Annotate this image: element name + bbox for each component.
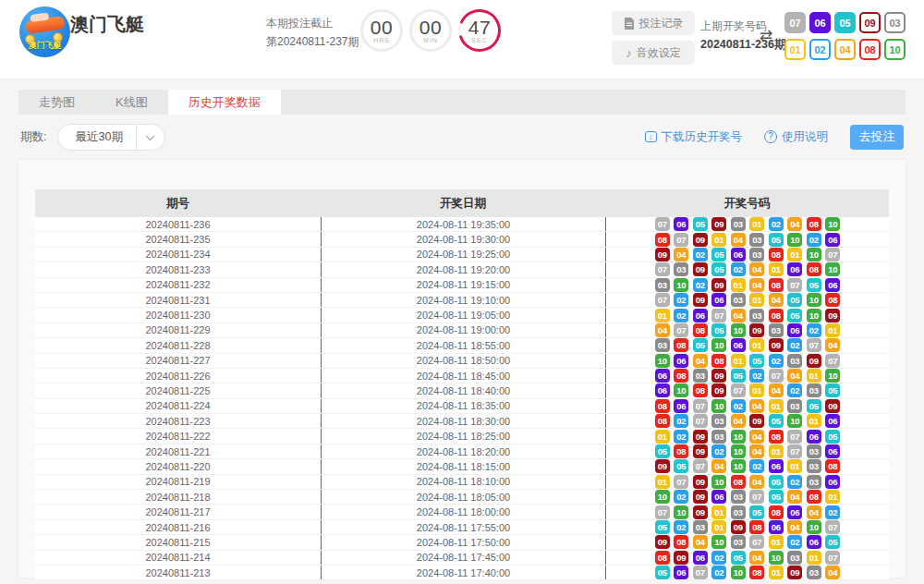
number-ball: 04 [787,490,802,504]
number-ball: 08 [749,520,764,534]
number-ball: 02 [711,551,726,565]
number-ball: 04 [787,369,802,383]
number-ball: 07 [655,293,670,307]
number-ball: 04 [807,505,821,519]
number-ball: 10 [825,217,840,231]
number-ball: 05 [693,338,708,352]
number-ball: 08 [731,475,746,489]
numbers-cell: 08070901040305100206 [605,232,889,246]
swap-icon[interactable]: ⇄ [760,26,772,45]
number-ball: 01 [769,535,784,549]
number-ball: 05 [731,551,746,565]
site-logo[interactable]: 澳门飞艇 [19,6,70,57]
tab-K线图[interactable]: K线图 [95,90,168,115]
date-cell: 2024-08-11 17:50:00 [321,535,605,549]
number-ball: 07 [693,414,708,428]
number-ball: 02 [787,338,802,352]
number-ball: 04 [731,233,746,247]
number-ball: 01 [769,566,784,579]
number-ball: 08 [769,505,784,519]
sound-settings-button[interactable]: ♪ 音效设定 [612,41,695,65]
number-ball: 03 [655,338,670,352]
table-row: 20240811-217 2024-08-11 18:00:00 0710090… [35,505,889,519]
number-ball: 07 [749,535,764,549]
number-ball: 04 [825,338,840,352]
period-count-dropdown[interactable]: 最近30期 [57,124,164,151]
download-icon: ↓ [645,131,657,142]
numbers-cell: 10060408010502030907 [605,354,889,368]
countdown-hours: 00 HRS [359,8,404,53]
numbers-cell: 01070910080405020306 [605,475,889,489]
number-ball: 10 [655,490,670,504]
number-ball: 10 [807,520,821,534]
download-history-link[interactable]: ↓ 下载历史开奖号 [645,129,743,145]
number-ball: 09 [693,475,708,489]
number-ball: 07 [769,369,784,383]
number-ball: 06 [807,535,821,549]
table-row: 20240811-227 2024-08-11 18:50:00 1006040… [35,354,889,369]
number-ball: 06 [674,217,688,231]
period-cell: 20240811-213 [35,566,321,579]
number-ball: 08 [825,293,840,307]
tab-历史开奖数据[interactable]: 历史开奖数据 [168,90,281,115]
help-link[interactable]: ? 使用说明 [764,129,828,145]
date-cell: 2024-08-11 19:00:00 [321,323,605,337]
tab-走势图[interactable]: 走势图 [18,90,95,115]
table-row: 20240811-232 2024-08-11 19:15:00 0310020… [35,278,889,293]
number-ball: 01 [749,383,764,397]
number-ball: 08 [655,399,670,413]
number-ball: 03 [807,475,821,489]
number-ball: 10 [769,551,784,565]
number-ball: 07 [693,566,708,579]
number-ball: 08 [693,323,708,337]
number-ball: 05 [769,490,784,504]
number-ball: 08 [674,444,688,458]
number-ball: 08 [674,535,688,549]
go-bet-button[interactable]: 去投注 [850,125,904,150]
number-ball: 02 [807,233,821,247]
number-ball: 04 [749,551,764,565]
countdown-minutes-unit: MIN [408,37,453,43]
number-ball: 03 [807,566,821,579]
number-ball: 03 [731,535,746,549]
number-ball: 10 [825,262,840,276]
number-ball: 03 [693,369,708,383]
last-draw-number-tile: 02 [809,39,831,60]
number-ball: 02 [787,475,802,489]
number-ball: 06 [825,444,840,458]
numbers-cell: 05060702100801090304 [605,566,889,579]
period-cell: 20240811-229 [35,323,321,337]
tab-bar: 走势图K线图历史开奖数据 [18,90,906,115]
period-cell: 20240811-227 [35,354,321,368]
number-ball: 04 [749,278,764,292]
period-cell: 20240811-217 [35,505,321,518]
number-ball: 09 [693,490,708,504]
numbers-cell: 01020903100408070605 [605,429,889,443]
number-ball: 03 [749,248,764,262]
header: 澳门飞艇 澳门飞艇 本期投注截止 第20240811-237期 00 HRS 0… [0,0,924,79]
number-ball: 02 [769,354,784,368]
date-cell: 2024-08-11 18:50:00 [321,354,605,368]
number-ball: 01 [711,505,726,519]
number-ball: 01 [711,520,726,534]
history-card: 期号 开奖日期 开奖号码 20240811-236 2024-08-11 19:… [18,160,906,578]
date-cell: 2024-08-11 18:00:00 [321,505,605,518]
number-ball: 04 [749,430,764,444]
number-ball: 04 [693,354,708,368]
number-ball: 10 [731,430,746,444]
last-draw-number-tile: 06 [809,12,831,33]
number-ball: 08 [769,278,784,292]
number-ball: 07 [787,278,802,292]
number-ball: 04 [655,323,670,337]
number-ball: 01 [769,262,784,276]
number-ball: 02 [825,505,840,519]
period-cell: 20240811-219 [35,475,321,489]
number-ball: 01 [749,293,764,307]
bet-record-button[interactable]: 投注记录 [612,11,695,35]
number-ball: 05 [825,383,840,397]
number-ball: 06 [655,369,670,383]
number-ball: 10 [731,459,746,473]
number-ball: 08 [655,414,670,428]
number-ball: 04 [787,217,802,231]
date-cell: 2024-08-11 19:25:00 [321,248,605,262]
